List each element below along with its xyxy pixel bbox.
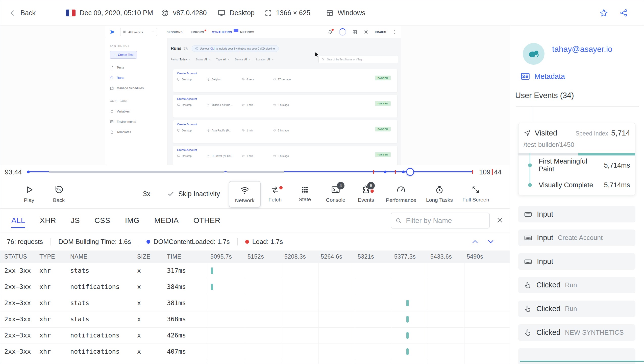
tool-full-screen-button[interactable]: Full Screen	[459, 185, 492, 202]
clock-icon	[242, 129, 245, 132]
tab-all[interactable]: ALL	[11, 216, 25, 225]
tool-network-button[interactable]: Network	[229, 181, 261, 208]
time-tick: 5152s	[247, 251, 264, 263]
chevron-down-icon	[227, 58, 230, 61]
cli-link: CLI	[210, 47, 214, 50]
playback-timeline[interactable]: 93:44 10944	[0, 165, 510, 179]
filter-by-name-input[interactable]	[391, 213, 490, 229]
apps-grid-icon	[352, 30, 357, 35]
network-row[interactable]: 2xx–3xx xhr notifications x 384ms	[0, 279, 510, 295]
run-card: Create Account Desktop US West (N. Cal..…	[173, 146, 397, 165]
events-count-badge: 6	[367, 182, 375, 189]
tab-js[interactable]: JS	[71, 216, 80, 225]
monitor-icon	[177, 103, 180, 106]
browser-icon	[161, 9, 169, 17]
resolution-group: 1366 × 625	[264, 9, 310, 17]
search-icon	[321, 58, 325, 61]
playhead-knob[interactable]	[406, 168, 414, 176]
share-button[interactable]	[620, 9, 628, 17]
network-row[interactable]: 2xx–3xx xhr notifications x 426ms	[0, 327, 510, 344]
close-panel-button[interactable]	[496, 216, 504, 224]
tool-console-button[interactable]: 4 Console	[319, 185, 352, 203]
clock-icon	[110, 76, 114, 80]
event-card-input[interactable]: Input	[518, 206, 635, 222]
tab-css[interactable]: CSS	[94, 216, 110, 225]
run-card: Create Account Desktop Asia Pacific (M..…	[173, 120, 397, 143]
filter-status: StatusAll	[195, 58, 211, 61]
skip-inactivity-toggle[interactable]: Skip Inactivity	[167, 190, 220, 198]
player-controls: Play 10 Back 3x Skip Inactivity Network …	[0, 179, 510, 209]
error-marker	[373, 170, 374, 174]
tool-state-button[interactable]: State	[288, 185, 321, 202]
fetch-icon	[270, 185, 280, 194]
jump-prev-button[interactable]	[470, 237, 480, 246]
tab-errors: ERRORS	[191, 31, 204, 34]
browser-version: v87.0.4280	[173, 9, 207, 17]
errors-dot	[205, 30, 206, 31]
metadata-button[interactable]: Metadata	[520, 71, 565, 81]
tool-events-button[interactable]: 6 Events	[350, 185, 382, 203]
os-group: Windows	[326, 9, 365, 17]
runs-title: Runs	[171, 46, 182, 51]
replayed-app-tabs: SESSIONS ERRORS SYNTHETICS METRICS	[167, 31, 254, 34]
tab-img[interactable]: IMG	[125, 216, 140, 225]
resolution-label: 1366 × 625	[276, 9, 310, 17]
speed-toggle[interactable]: 3x	[143, 190, 151, 198]
tab-other[interactable]: OTHER	[193, 216, 220, 225]
jump-next-button[interactable]	[486, 237, 495, 246]
sidebar-item-runs: Runs	[110, 73, 167, 83]
tool-long-tasks-button[interactable]: Long Tasks	[423, 185, 456, 203]
gear-icon	[363, 29, 369, 35]
speed-index-value: 5,714	[611, 129, 630, 137]
event-card-visited[interactable]: Visited Speed Index 5,714 /test-builder/…	[518, 123, 635, 195]
favorite-button[interactable]	[599, 8, 608, 17]
playhead-position-marker	[520, 361, 644, 362]
speed-index-label: Speed Index	[576, 130, 608, 137]
tool-performance-button[interactable]: Performance	[385, 185, 417, 203]
network-summary-bar: 76: requests DOM Building Time: 1.6s DOM…	[0, 233, 510, 251]
session-header: Back Dec 09, 2020, 05:10 PM v87.0.4280 D…	[0, 0, 644, 26]
time-tick: 5264.6s	[321, 251, 342, 263]
event-card-input[interactable]: Input Create Account	[518, 230, 635, 246]
time-tick: 5095.7s	[210, 251, 232, 263]
tab-media[interactable]: MEDIA	[154, 216, 179, 225]
metric-first-meaningful-paint: First Meaningful Paint 5,714ms	[528, 155, 630, 175]
visited-label: Visited	[535, 129, 557, 137]
tab-sessions: SESSIONS	[167, 31, 183, 34]
filter-device: DeviceAll	[235, 58, 251, 61]
chevron-down-icon	[188, 58, 190, 61]
metric-dot-icon	[528, 164, 532, 167]
network-row[interactable]: 2xx–3xx xhr stats x 317ms	[0, 263, 510, 279]
divider	[237, 238, 238, 245]
event-card-clicked[interactable]: Clicked Run	[518, 277, 635, 293]
event-dot	[402, 171, 405, 173]
event-card-input[interactable]: Input	[518, 253, 635, 270]
clock-icon	[273, 154, 276, 157]
rewind-10-button[interactable]: 10 Back	[42, 185, 75, 203]
col-size: SIZE	[137, 251, 151, 263]
chevron-down-icon	[271, 58, 274, 61]
col-time: TIME	[167, 251, 181, 263]
dom-content-loaded: DOMContentLoaded: 1.7s	[146, 238, 230, 246]
network-row[interactable]: 2xx–3xx xhr notifications x 407ms	[0, 344, 510, 360]
document-icon	[110, 65, 114, 70]
time-tick: 5321s	[358, 251, 374, 263]
back-button[interactable]: Back	[9, 9, 36, 17]
tab-xhr[interactable]: XHR	[40, 216, 56, 225]
event-card-clicked[interactable]: Clicked Run	[518, 301, 635, 317]
error-marker	[472, 170, 473, 174]
event-card-clicked[interactable]: Clicked NEW SYNTHETICS	[518, 324, 635, 341]
events-alert-dot	[370, 189, 374, 193]
navigate-icon	[524, 129, 531, 137]
metric-visually-complete: Visually Complete 5,714ms	[528, 175, 630, 195]
sidebar-item-tests: Tests	[110, 62, 167, 73]
play-button[interactable]: Play	[13, 185, 45, 203]
user-avatar	[523, 43, 544, 65]
load-time: Load: 1.7s	[245, 238, 283, 246]
monitor-icon	[177, 78, 180, 81]
error-marker	[395, 170, 396, 174]
network-row[interactable]: 2xx–3xx xhr stats x 381ms	[0, 295, 510, 311]
tool-fetch-button[interactable]: Fetch	[259, 185, 291, 202]
rewind-amount: 10	[57, 189, 61, 192]
network-row[interactable]: 2xx–3xx xhr stats x 368ms	[0, 311, 510, 328]
